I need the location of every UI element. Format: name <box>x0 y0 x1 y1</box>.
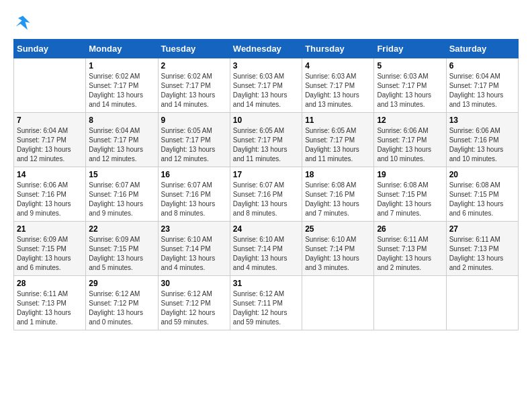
calendar-cell <box>302 276 374 330</box>
calendar-cell: 15Sunrise: 6:07 AMSunset: 7:16 PMDayligh… <box>86 167 158 222</box>
day-info: Sunrise: 6:06 AMSunset: 7:16 PMDaylight:… <box>449 126 515 164</box>
calendar-cell: 22Sunrise: 6:09 AMSunset: 7:15 PMDayligh… <box>86 222 158 276</box>
calendar-cell: 25Sunrise: 6:10 AMSunset: 7:14 PMDayligh… <box>302 222 374 276</box>
day-header: Monday <box>86 40 158 58</box>
day-number: 15 <box>89 170 154 179</box>
calendar-cell: 23Sunrise: 6:10 AMSunset: 7:14 PMDayligh… <box>158 222 230 276</box>
calendar-week-row: 21Sunrise: 6:09 AMSunset: 7:15 PMDayligh… <box>14 222 519 276</box>
day-number: 14 <box>17 170 83 179</box>
calendar-week-row: 14Sunrise: 6:06 AMSunset: 7:16 PMDayligh… <box>14 167 519 222</box>
day-info: Sunrise: 6:06 AMSunset: 7:16 PMDaylight:… <box>17 181 83 218</box>
logo <box>13 13 35 32</box>
day-number: 28 <box>17 279 83 288</box>
day-info: Sunrise: 6:12 AMSunset: 7:11 PMDaylight:… <box>233 289 299 327</box>
day-info: Sunrise: 6:10 AMSunset: 7:14 PMDaylight:… <box>233 235 299 273</box>
day-header: Thursday <box>302 40 374 58</box>
day-number: 30 <box>161 279 227 288</box>
day-number: 9 <box>161 116 227 125</box>
calendar-table: SundayMondayTuesdayWednesdayThursdayFrid… <box>13 39 519 330</box>
calendar-cell: 4Sunrise: 6:03 AMSunset: 7:17 PMDaylight… <box>302 58 374 113</box>
day-info: Sunrise: 6:03 AMSunset: 7:17 PMDaylight:… <box>305 72 371 109</box>
day-number: 19 <box>377 170 443 179</box>
day-number: 13 <box>449 116 515 125</box>
calendar-cell: 29Sunrise: 6:12 AMSunset: 7:12 PMDayligh… <box>86 276 158 330</box>
day-number: 5 <box>377 61 443 71</box>
day-number: 4 <box>305 61 371 71</box>
calendar-week-row: 1Sunrise: 6:02 AMSunset: 7:17 PMDaylight… <box>14 58 519 113</box>
day-info: Sunrise: 6:03 AMSunset: 7:17 PMDaylight:… <box>377 72 443 109</box>
day-info: Sunrise: 6:11 AMSunset: 7:13 PMDaylight:… <box>377 235 443 273</box>
day-number: 25 <box>305 224 371 234</box>
day-info: Sunrise: 6:10 AMSunset: 7:14 PMDaylight:… <box>305 235 371 273</box>
day-info: Sunrise: 6:02 AMSunset: 7:17 PMDaylight:… <box>161 72 227 109</box>
day-number: 12 <box>377 116 443 125</box>
day-header: Friday <box>374 40 446 58</box>
calendar-cell: 31Sunrise: 6:12 AMSunset: 7:11 PMDayligh… <box>230 276 302 330</box>
day-number: 26 <box>377 224 443 234</box>
calendar-cell: 28Sunrise: 6:11 AMSunset: 7:13 PMDayligh… <box>14 276 86 330</box>
calendar-cell: 27Sunrise: 6:11 AMSunset: 7:13 PMDayligh… <box>446 222 518 276</box>
calendar-cell: 8Sunrise: 6:04 AMSunset: 7:17 PMDaylight… <box>86 113 158 167</box>
day-info: Sunrise: 6:12 AMSunset: 7:12 PMDaylight:… <box>161 289 227 327</box>
calendar-cell: 24Sunrise: 6:10 AMSunset: 7:14 PMDayligh… <box>230 222 302 276</box>
calendar-cell: 19Sunrise: 6:08 AMSunset: 7:15 PMDayligh… <box>374 167 446 222</box>
calendar-cell: 9Sunrise: 6:05 AMSunset: 7:17 PMDaylight… <box>158 113 230 167</box>
calendar-week-row: 28Sunrise: 6:11 AMSunset: 7:13 PMDayligh… <box>14 276 519 330</box>
day-info: Sunrise: 6:05 AMSunset: 7:17 PMDaylight:… <box>161 126 227 164</box>
header-row: SundayMondayTuesdayWednesdayThursdayFrid… <box>14 40 519 58</box>
day-number: 16 <box>161 170 227 179</box>
day-header: Saturday <box>446 40 518 58</box>
calendar-cell: 5Sunrise: 6:03 AMSunset: 7:17 PMDaylight… <box>374 58 446 113</box>
calendar-cell: 26Sunrise: 6:11 AMSunset: 7:13 PMDayligh… <box>374 222 446 276</box>
day-number: 2 <box>161 61 227 71</box>
calendar-cell: 10Sunrise: 6:05 AMSunset: 7:17 PMDayligh… <box>230 113 302 167</box>
day-number: 20 <box>449 170 515 179</box>
day-info: Sunrise: 6:11 AMSunset: 7:13 PMDaylight:… <box>449 235 515 273</box>
day-number: 22 <box>89 224 154 234</box>
calendar-cell: 21Sunrise: 6:09 AMSunset: 7:15 PMDayligh… <box>14 222 86 276</box>
calendar-cell: 30Sunrise: 6:12 AMSunset: 7:12 PMDayligh… <box>158 276 230 330</box>
header <box>13 13 519 32</box>
day-info: Sunrise: 6:04 AMSunset: 7:17 PMDaylight:… <box>449 72 515 109</box>
calendar-cell: 16Sunrise: 6:07 AMSunset: 7:16 PMDayligh… <box>158 167 230 222</box>
day-info: Sunrise: 6:05 AMSunset: 7:17 PMDaylight:… <box>233 126 299 164</box>
day-number: 21 <box>17 224 83 234</box>
day-number: 6 <box>449 61 515 71</box>
day-info: Sunrise: 6:07 AMSunset: 7:16 PMDaylight:… <box>161 181 227 218</box>
day-info: Sunrise: 6:07 AMSunset: 7:16 PMDaylight:… <box>89 181 154 218</box>
day-info: Sunrise: 6:05 AMSunset: 7:17 PMDaylight:… <box>305 126 371 164</box>
day-info: Sunrise: 6:11 AMSunset: 7:13 PMDaylight:… <box>17 289 83 327</box>
calendar-cell: 18Sunrise: 6:08 AMSunset: 7:16 PMDayligh… <box>302 167 374 222</box>
day-header: Wednesday <box>230 40 302 58</box>
day-info: Sunrise: 6:07 AMSunset: 7:16 PMDaylight:… <box>233 181 299 218</box>
day-number: 24 <box>233 224 299 234</box>
calendar-cell: 14Sunrise: 6:06 AMSunset: 7:16 PMDayligh… <box>14 167 86 222</box>
calendar-cell: 13Sunrise: 6:06 AMSunset: 7:16 PMDayligh… <box>446 113 518 167</box>
day-number: 31 <box>233 279 299 288</box>
day-header: Tuesday <box>158 40 230 58</box>
calendar-cell <box>446 276 518 330</box>
day-info: Sunrise: 6:12 AMSunset: 7:12 PMDaylight:… <box>89 289 154 327</box>
day-number: 17 <box>233 170 299 179</box>
day-info: Sunrise: 6:08 AMSunset: 7:15 PMDaylight:… <box>449 181 515 218</box>
day-info: Sunrise: 6:02 AMSunset: 7:17 PMDaylight:… <box>89 72 154 109</box>
day-number: 3 <box>233 61 299 71</box>
day-info: Sunrise: 6:09 AMSunset: 7:15 PMDaylight:… <box>89 235 154 273</box>
calendar-cell: 12Sunrise: 6:06 AMSunset: 7:17 PMDayligh… <box>374 113 446 167</box>
day-info: Sunrise: 6:08 AMSunset: 7:15 PMDaylight:… <box>377 181 443 218</box>
day-number: 23 <box>161 224 227 234</box>
day-number: 11 <box>305 116 371 125</box>
day-info: Sunrise: 6:09 AMSunset: 7:15 PMDaylight:… <box>17 235 83 273</box>
day-number: 27 <box>449 224 515 234</box>
svg-marker-0 <box>16 16 30 30</box>
day-number: 18 <box>305 170 371 179</box>
calendar-cell: 20Sunrise: 6:08 AMSunset: 7:15 PMDayligh… <box>446 167 518 222</box>
day-info: Sunrise: 6:10 AMSunset: 7:14 PMDaylight:… <box>161 235 227 273</box>
calendar-cell: 2Sunrise: 6:02 AMSunset: 7:17 PMDaylight… <box>158 58 230 113</box>
calendar-cell: 1Sunrise: 6:02 AMSunset: 7:17 PMDaylight… <box>86 58 158 113</box>
calendar-cell: 6Sunrise: 6:04 AMSunset: 7:17 PMDaylight… <box>446 58 518 113</box>
day-info: Sunrise: 6:04 AMSunset: 7:17 PMDaylight:… <box>89 126 154 164</box>
day-number: 1 <box>89 61 154 71</box>
calendar-cell <box>374 276 446 330</box>
day-info: Sunrise: 6:03 AMSunset: 7:17 PMDaylight:… <box>233 72 299 109</box>
